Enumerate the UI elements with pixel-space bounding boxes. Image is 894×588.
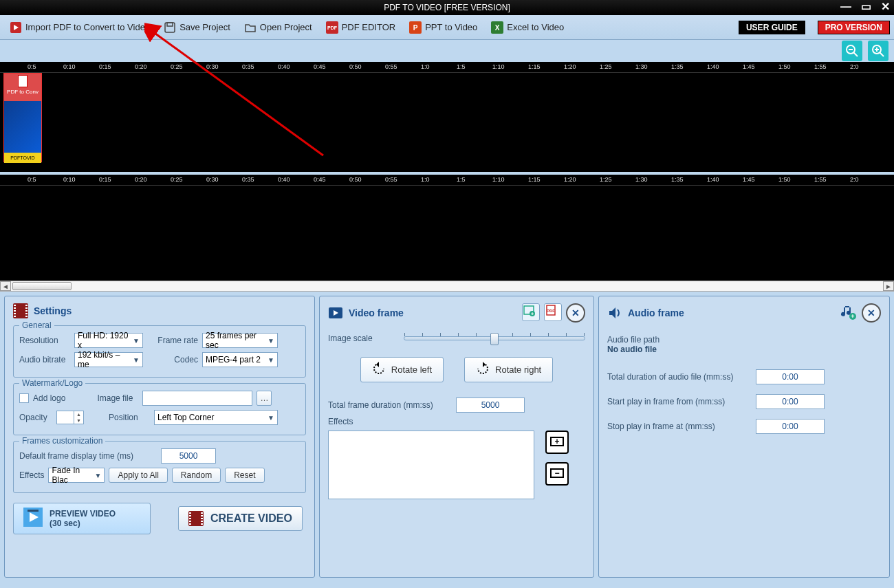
- bitrate-select[interactable]: 192 kbit/s – me▼: [74, 352, 143, 367]
- opacity-label: Opacity: [19, 413, 52, 422]
- folder-icon: [244, 21, 257, 34]
- audio-title: Audio frame: [628, 307, 684, 318]
- position-label: Position: [109, 413, 150, 422]
- import-pdf-button[interactable]: Import PDF to Convert to Video: [4, 19, 155, 36]
- preview-video-button[interactable]: PREVIEW VIDEO(30 sec): [13, 503, 151, 534]
- save-label: Save Project: [179, 22, 230, 32]
- app-title: PDF TO VIDEO [FREE VERSION]: [384, 3, 510, 12]
- reset-button[interactable]: Reset: [225, 468, 264, 483]
- save-icon: [164, 21, 176, 34]
- svg-text:+: +: [531, 311, 534, 316]
- import-label: Import PDF to Convert to Video: [25, 22, 150, 32]
- pdf-editor-button[interactable]: PDF PDF EDITOR: [320, 19, 402, 36]
- svg-text:−: −: [554, 468, 559, 478]
- ppt-to-video-button[interactable]: P PPT to Video: [404, 19, 483, 36]
- title-bar: PDF TO VIDEO [FREE VERSION] — ▭ ✕: [0, 0, 894, 15]
- video-timeline[interactable]: 0:50:100:150:200:250:300:350:400:450:500…: [0, 62, 894, 172]
- svg-text:P: P: [413, 24, 418, 32]
- video-frame-icon: [328, 305, 343, 320]
- bitrate-label: Audio bitrate: [19, 355, 70, 364]
- rotate-left-icon: [372, 362, 386, 378]
- opacity-spinner[interactable]: ▲▼: [56, 411, 84, 424]
- scroll-left-button[interactable]: ◄: [0, 281, 11, 291]
- default-time-input[interactable]: [161, 448, 216, 464]
- zoom-out-button[interactable]: [842, 41, 862, 61]
- resolution-select[interactable]: Full HD: 1920 x▼: [74, 333, 143, 348]
- scroll-right-button[interactable]: ►: [883, 281, 894, 291]
- framerate-select[interactable]: 25 frames per sec▼: [202, 333, 278, 348]
- open-label: Open Project: [260, 22, 312, 32]
- create-video-button[interactable]: CREATE VIDEO: [178, 506, 303, 531]
- image-tool-button[interactable]: +: [522, 303, 540, 321]
- main-toolbar: Import PDF to Convert to Video Save Proj…: [0, 15, 894, 40]
- svg-rect-17: [28, 510, 39, 512]
- codec-select[interactable]: MPEG-4 part 2▼: [202, 352, 278, 367]
- excel-label: Excel to Video: [507, 22, 564, 32]
- svg-line-13: [880, 52, 884, 56]
- svg-text:PDF: PDF: [547, 309, 555, 313]
- codec-label: Codec: [154, 355, 198, 364]
- general-legend: General: [19, 320, 54, 330]
- video-close-button[interactable]: ✕: [566, 303, 585, 323]
- rotate-left-label: Rotate left: [391, 364, 432, 375]
- stop-play-input[interactable]: [756, 419, 825, 434]
- ppt-icon: P: [409, 21, 422, 34]
- image-scale-slider[interactable]: [404, 336, 585, 340]
- rotate-right-button[interactable]: Rotate right: [464, 357, 553, 382]
- video-title: Video frame: [349, 307, 404, 318]
- timeline-clip[interactable]: PDF to Conv PDFTOVID: [3, 73, 42, 162]
- audio-timeline[interactable]: 0:50:100:150:200:250:300:350:400:450:500…: [0, 175, 894, 281]
- effects-select[interactable]: Fade In Blac▼: [48, 468, 105, 483]
- effects-listbox[interactable]: [328, 431, 534, 499]
- close-button[interactable]: ✕: [881, 1, 890, 12]
- add-audio-button[interactable]: +: [840, 303, 858, 321]
- general-group: General Resolution Full HD: 1920 x▼ Fram…: [13, 325, 306, 378]
- start-play-input[interactable]: [756, 394, 825, 409]
- svg-text:X: X: [495, 24, 500, 32]
- apply-all-button[interactable]: Apply to All: [109, 468, 167, 483]
- horizontal-scrollbar[interactable]: ◄ ►: [0, 281, 894, 292]
- addlogo-checkbox[interactable]: [19, 393, 29, 403]
- open-project-button[interactable]: Open Project: [239, 19, 318, 36]
- preview-l1: PREVIEW VIDEO: [50, 509, 116, 519]
- imagefile-label: Image file: [97, 393, 138, 403]
- frame-duration-input[interactable]: [456, 398, 525, 413]
- pdf-icon: PDF: [326, 21, 338, 34]
- pdfeditor-label: PDF EDITOR: [342, 22, 396, 32]
- imagefile-input[interactable]: [142, 391, 252, 406]
- user-guide-button[interactable]: USER GUIDE: [739, 21, 805, 34]
- audio-close-button[interactable]: ✕: [862, 303, 881, 323]
- clip-caption: PDFTOVID: [4, 153, 41, 163]
- remove-effect-button[interactable]: −: [545, 462, 569, 486]
- maximize-button[interactable]: ▭: [861, 1, 871, 12]
- add-effect-button[interactable]: +: [545, 431, 569, 454]
- preview-l2: (30 sec): [50, 519, 80, 528]
- create-icon: [188, 511, 204, 526]
- position-select[interactable]: Left Top Corner▼: [154, 410, 278, 425]
- effects-label: Effects: [19, 470, 44, 480]
- pro-version-button[interactable]: PRO VERSION: [818, 21, 890, 34]
- browse-image-button[interactable]: …: [257, 391, 272, 406]
- image-scale-label: Image scale: [328, 334, 390, 343]
- watermark-group: Watermark/Logo Add logo Image file … Opa…: [13, 383, 306, 435]
- excel-icon: X: [491, 21, 503, 34]
- video-ruler: 0:50:100:150:200:250:300:350:400:450:500…: [0, 62, 894, 73]
- svg-text:+: +: [554, 437, 559, 446]
- excel-to-video-button[interactable]: X Excel to Video: [486, 19, 569, 36]
- pdf-tool-button[interactable]: PDF: [544, 303, 562, 321]
- svg-rect-1: [165, 23, 175, 32]
- random-button[interactable]: Random: [172, 468, 221, 483]
- video-effects-label: Effects: [328, 417, 353, 426]
- total-duration-input[interactable]: [756, 369, 825, 384]
- zoom-in-button[interactable]: [868, 41, 888, 61]
- audio-icon: [607, 305, 622, 320]
- watermark-legend: Watermark/Logo: [19, 378, 85, 388]
- rotate-left-button[interactable]: Rotate left: [360, 357, 444, 382]
- resolution-label: Resolution: [19, 336, 70, 345]
- minimize-button[interactable]: —: [840, 1, 851, 12]
- save-project-button[interactable]: Save Project: [158, 19, 236, 36]
- ppt-label: PPT to Video: [425, 22, 477, 32]
- scroll-thumb[interactable]: [12, 282, 72, 290]
- audio-ruler: 0:50:100:150:200:250:300:350:400:450:500…: [0, 175, 894, 186]
- svg-rect-2: [167, 23, 173, 26]
